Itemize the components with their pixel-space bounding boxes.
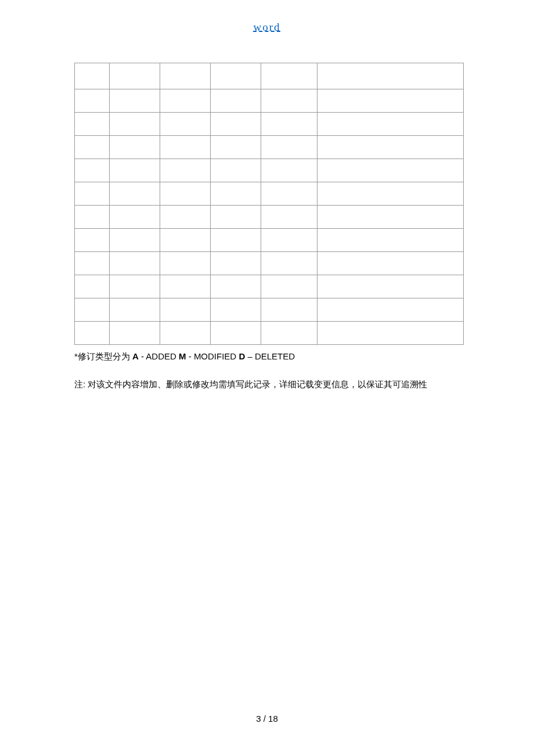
- table-row: [75, 182, 464, 206]
- table-row: [75, 275, 464, 298]
- type-d-bold: D: [239, 351, 245, 361]
- content-area: *修订类型分为 A - ADDED M - MODIFIED D – DELET…: [74, 63, 463, 392]
- table-row: [75, 63, 464, 89]
- word-link[interactable]: word: [253, 21, 280, 33]
- table-row: [75, 136, 464, 159]
- type-m-text: - MODIFIED: [186, 351, 239, 361]
- table-row: [75, 322, 464, 345]
- table-row: [75, 113, 464, 136]
- type-a-bold: A: [132, 351, 139, 361]
- instruction-note: 注: 对该文件内容增加、删除或修改均需填写此记录，详细记载变更信息，以保证其可追…: [74, 376, 463, 392]
- table-row: [75, 229, 464, 252]
- revision-table: [74, 63, 464, 345]
- page-number: 3 / 18: [256, 714, 278, 723]
- revision-type-note: *修订类型分为 A - ADDED M - MODIFIED D – DELET…: [74, 350, 463, 363]
- type-a-text: - ADDED: [139, 351, 179, 361]
- table-row: [75, 252, 464, 275]
- header-link-container: word: [0, 21, 534, 34]
- table-row: [75, 159, 464, 182]
- revision-prefix: *修订类型分为: [74, 351, 132, 361]
- type-m-bold: M: [179, 351, 186, 361]
- page-footer: 3 / 18: [0, 714, 534, 723]
- type-d-text: – DELETED: [245, 351, 295, 361]
- table-row: [75, 298, 464, 322]
- table-row: [75, 89, 464, 113]
- table-row: [75, 206, 464, 229]
